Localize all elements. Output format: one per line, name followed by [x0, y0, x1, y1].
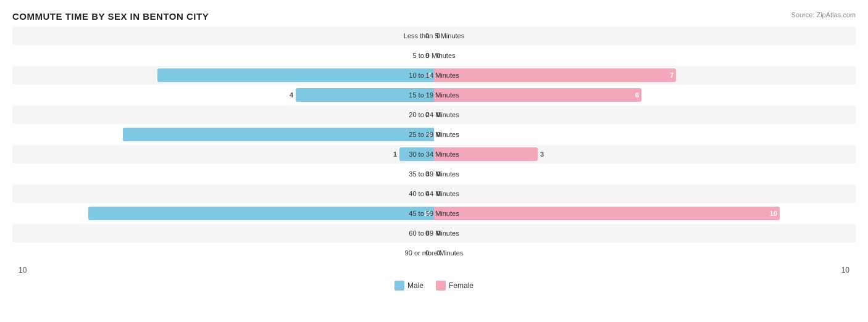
female-bar: 6 — [434, 88, 641, 102]
male-bar: 9 — [123, 128, 434, 141]
left-section: 4 — [12, 86, 434, 104]
left-section: 0 — [12, 105, 434, 124]
table-row: 9025 to 29 Minutes — [12, 125, 856, 144]
female-zero-wrapper: 0 — [436, 111, 440, 118]
female-zero-wrapper: 0 — [436, 249, 440, 257]
right-section: 0 — [434, 165, 856, 183]
female-bar: 7 — [434, 68, 676, 82]
female-zero-wrapper: 0 — [436, 32, 440, 39]
legend-female-label: Female — [449, 281, 474, 290]
male-value: 9 — [428, 131, 432, 138]
left-section: 0 — [12, 224, 434, 242]
table-row: 0035 to 39 Minutes — [12, 165, 856, 183]
right-section: 10 — [434, 204, 856, 223]
table-row: 005 to 9 Minutes — [12, 46, 856, 65]
right-section: 3 — [434, 145, 856, 163]
male-value: 8 — [428, 72, 432, 79]
female-value: 3 — [540, 151, 544, 158]
male-value: 10 — [424, 210, 432, 217]
male-zero-wrapper: 0 — [425, 249, 429, 257]
right-section: 0 — [434, 27, 856, 45]
rows-wrapper: 00Less than 5 Minutes005 to 9 Minutes871… — [12, 27, 856, 262]
female-value: 6 — [635, 91, 639, 99]
female-bar: 3 — [434, 147, 538, 161]
female-zero-wrapper: 0 — [436, 190, 440, 197]
female-zero-wrapper: 0 — [436, 131, 440, 138]
legend-male: Male — [394, 281, 424, 291]
table-row: 101045 to 59 Minutes — [12, 204, 856, 223]
table-row: 4615 to 19 Minutes — [12, 86, 856, 104]
left-section: 10 — [12, 204, 434, 223]
male-zero-wrapper: 0 — [425, 170, 429, 178]
axis-label-left: 10 — [12, 266, 27, 275]
left-section: 0 — [12, 27, 434, 45]
left-section: 0 — [12, 244, 434, 262]
female-bar: 10 — [434, 207, 780, 220]
axis-labels: 10 10 — [12, 263, 856, 277]
table-row: 0040 to 44 Minutes — [12, 184, 856, 203]
right-section: 0 — [434, 125, 856, 144]
female-value: 10 — [770, 210, 777, 217]
legend-male-box — [394, 281, 404, 291]
table-row: 0020 to 24 Minutes — [12, 105, 856, 124]
male-zero-wrapper: 0 — [425, 111, 429, 118]
left-section: 1 — [12, 145, 434, 163]
right-section: 0 — [434, 46, 856, 65]
female-zero-wrapper: 0 — [436, 229, 440, 237]
chart-title: COMMUTE TIME BY SEX IN BENTON CITY — [12, 11, 856, 22]
male-zero-wrapper: 0 — [425, 190, 429, 197]
legend-male-label: Male — [407, 281, 424, 290]
male-bar: 8 — [157, 68, 434, 82]
male-value: 1 — [393, 151, 397, 158]
male-zero-wrapper: 0 — [425, 229, 429, 237]
male-zero-wrapper: 0 — [425, 32, 429, 39]
table-row: 1330 to 34 Minutes — [12, 145, 856, 163]
source-label: Source: ZipAtlas.com — [791, 11, 856, 19]
female-zero-wrapper: 0 — [436, 52, 440, 59]
table-row: 0060 to 89 Minutes — [12, 224, 856, 242]
left-section: 9 — [12, 125, 434, 144]
female-zero-wrapper: 0 — [436, 170, 440, 178]
right-section: 0 — [434, 105, 856, 124]
right-section: 0 — [434, 224, 856, 242]
legend-female: Female — [436, 281, 474, 291]
legend-female-box — [436, 281, 446, 291]
left-section: 8 — [12, 66, 434, 85]
male-bar: 1 — [399, 147, 434, 161]
right-section: 6 — [434, 86, 856, 104]
male-bar: 4 — [296, 88, 434, 102]
left-section: 0 — [12, 184, 434, 203]
axis-label-right: 10 — [841, 266, 856, 275]
table-row: 8710 to 14 Minutes — [12, 66, 856, 85]
left-section: 0 — [12, 46, 434, 65]
legend: Male Female — [12, 281, 856, 291]
left-section: 0 — [12, 165, 434, 183]
table-row: 0090 or more Minutes — [12, 244, 856, 262]
female-value: 7 — [670, 72, 674, 79]
table-row: 00Less than 5 Minutes — [12, 27, 856, 45]
right-section: 0 — [434, 244, 856, 262]
male-bar: 10 — [88, 207, 434, 220]
male-value: 4 — [290, 91, 293, 99]
chart-container: COMMUTE TIME BY SEX IN BENTON CITY Sourc… — [0, 0, 868, 322]
male-zero-wrapper: 0 — [425, 52, 429, 59]
right-section: 7 — [434, 66, 856, 85]
right-section: 0 — [434, 184, 856, 203]
